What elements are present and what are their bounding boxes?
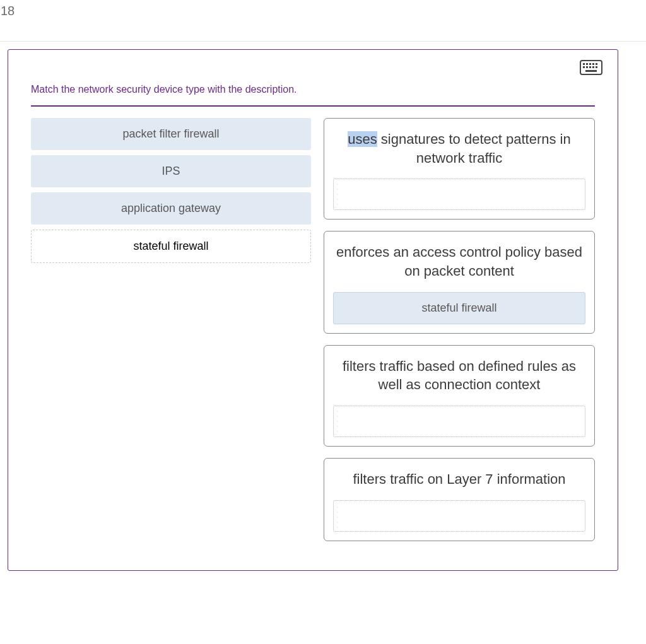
target-description: filters traffic based on defined rules a…: [333, 357, 585, 394]
target-description-rest: signatures to detect patterns in network…: [377, 131, 571, 166]
drop-slot-4[interactable]: [333, 500, 585, 532]
target-description: uses signatures to detect patterns in ne…: [333, 130, 585, 167]
target-description: filters traffic on Layer 7 information: [333, 470, 585, 489]
divider-question: [31, 105, 595, 107]
svg-rect-4: [592, 63, 594, 65]
svg-rect-6: [583, 66, 585, 68]
keyboard-icon[interactable]: [580, 60, 602, 75]
question-container: Match the network security device type w…: [8, 49, 618, 571]
target-column: uses signatures to detect patterns in ne…: [324, 118, 595, 541]
svg-rect-2: [586, 63, 588, 65]
target-box-3: filters traffic based on defined rules a…: [324, 345, 595, 447]
svg-rect-8: [589, 66, 591, 68]
source-item-ghost-stateful-firewall[interactable]: stateful firewall: [31, 230, 311, 263]
divider-top: [0, 41, 646, 42]
source-item-application-gateway[interactable]: application gateway: [31, 192, 311, 225]
source-column: packet filter firewall IPS application g…: [31, 118, 311, 263]
match-columns: packet filter firewall IPS application g…: [31, 118, 595, 541]
question-text: Match the network security device type w…: [31, 84, 595, 95]
target-box-2: enforces an access control policy based …: [324, 231, 595, 333]
drop-slot-2[interactable]: stateful firewall: [333, 292, 585, 324]
svg-rect-10: [596, 66, 597, 68]
source-item-packet-filter-firewall[interactable]: packet filter firewall: [31, 118, 311, 150]
drop-slot-1[interactable]: [333, 179, 585, 210]
svg-rect-9: [592, 66, 594, 68]
svg-rect-3: [589, 63, 591, 65]
drop-slot-3[interactable]: [333, 406, 585, 437]
svg-rect-7: [586, 66, 588, 68]
highlighted-word: uses: [348, 131, 377, 147]
target-box-4: filters traffic on Layer 7 information: [324, 458, 595, 541]
svg-rect-5: [596, 63, 597, 65]
target-box-1: uses signatures to detect patterns in ne…: [324, 118, 595, 220]
page-number: 18: [1, 4, 15, 18]
svg-rect-11: [585, 70, 597, 72]
source-item-ips[interactable]: IPS: [31, 155, 311, 187]
target-description: enforces an access control policy based …: [333, 243, 585, 280]
svg-rect-1: [583, 63, 585, 65]
